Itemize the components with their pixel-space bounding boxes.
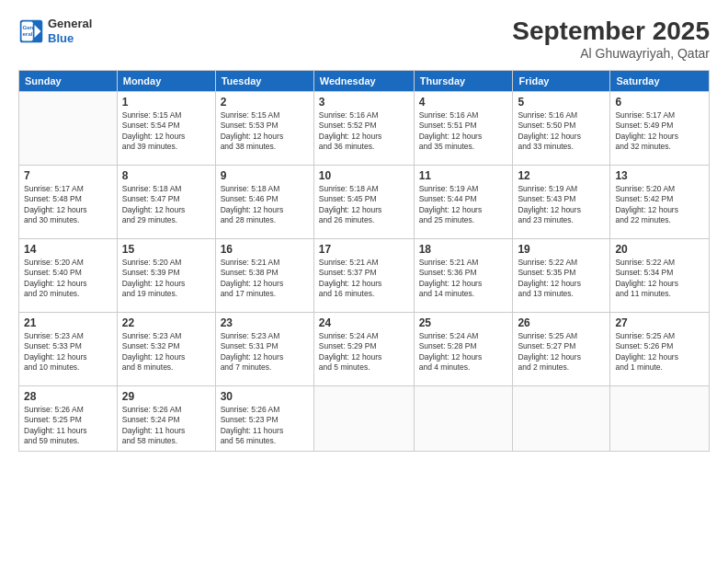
table-row: 1Sunrise: 5:15 AMSunset: 5:54 PMDaylight…	[117, 92, 215, 166]
day-info: Sunrise: 5:17 AMSunset: 5:49 PMDaylight:…	[615, 110, 704, 153]
day-number: 15	[122, 243, 210, 256]
day-info: Sunrise: 5:17 AMSunset: 5:48 PMDaylight:…	[24, 184, 112, 226]
day-info: Sunrise: 5:18 AMSunset: 5:46 PMDaylight:…	[221, 184, 309, 226]
day-info: Sunrise: 5:21 AMSunset: 5:37 PMDaylight:…	[319, 258, 409, 300]
day-info: Sunrise: 5:25 AMSunset: 5:26 PMDaylight:…	[615, 331, 704, 373]
day-info: Sunrise: 5:18 AMSunset: 5:47 PMDaylight:…	[122, 184, 210, 226]
day-number: 11	[419, 169, 508, 182]
table-row: 15Sunrise: 5:20 AMSunset: 5:39 PMDayligh…	[117, 239, 215, 313]
day-number: 30	[221, 390, 309, 403]
page: Gen eral General Blue September 2025 Al …	[0, 0, 728, 563]
day-info: Sunrise: 5:19 AMSunset: 5:43 PMDaylight:…	[518, 184, 605, 226]
month-title: September 2025	[512, 17, 710, 46]
calendar-header-row: Sunday Monday Tuesday Wednesday Thursday…	[19, 71, 710, 92]
day-info: Sunrise: 5:20 AMSunset: 5:40 PMDaylight:…	[24, 258, 112, 300]
calendar-body: 1Sunrise: 5:15 AMSunset: 5:54 PMDaylight…	[19, 92, 710, 452]
day-number: 14	[24, 243, 112, 256]
day-number: 6	[615, 96, 704, 109]
table-row: 4Sunrise: 5:16 AMSunset: 5:51 PMDaylight…	[414, 92, 513, 166]
day-info: Sunrise: 5:16 AMSunset: 5:51 PMDaylight:…	[419, 110, 508, 153]
day-number: 18	[419, 243, 508, 256]
day-info: Sunrise: 5:26 AMSunset: 5:23 PMDaylight:…	[221, 405, 309, 447]
day-info: Sunrise: 5:23 AMSunset: 5:33 PMDaylight:…	[24, 331, 112, 373]
col-friday: Friday	[513, 71, 610, 92]
day-info: Sunrise: 5:24 AMSunset: 5:29 PMDaylight:…	[319, 331, 409, 373]
day-number: 24	[319, 316, 409, 329]
col-monday: Monday	[117, 71, 215, 92]
day-info: Sunrise: 5:18 AMSunset: 5:45 PMDaylight:…	[319, 184, 409, 226]
table-row: 13Sunrise: 5:20 AMSunset: 5:42 PMDayligh…	[610, 166, 710, 239]
day-number: 23	[221, 316, 309, 329]
day-info: Sunrise: 5:22 AMSunset: 5:34 PMDaylight:…	[615, 258, 704, 300]
table-row: 29Sunrise: 5:26 AMSunset: 5:24 PMDayligh…	[117, 386, 215, 452]
day-number: 26	[518, 316, 605, 329]
table-row: 7Sunrise: 5:17 AMSunset: 5:48 PMDaylight…	[19, 166, 118, 239]
day-number: 13	[615, 169, 704, 182]
day-info: Sunrise: 5:22 AMSunset: 5:35 PMDaylight:…	[518, 258, 605, 300]
svg-text:eral: eral	[22, 30, 32, 37]
table-row: 18Sunrise: 5:21 AMSunset: 5:36 PMDayligh…	[414, 239, 513, 313]
table-row: 10Sunrise: 5:18 AMSunset: 5:45 PMDayligh…	[313, 166, 414, 239]
day-info: Sunrise: 5:26 AMSunset: 5:25 PMDaylight:…	[24, 405, 112, 447]
table-row	[313, 386, 414, 452]
day-number: 7	[24, 169, 112, 182]
day-info: Sunrise: 5:20 AMSunset: 5:39 PMDaylight:…	[122, 258, 210, 300]
day-number: 28	[24, 390, 112, 403]
day-info: Sunrise: 5:16 AMSunset: 5:52 PMDaylight:…	[319, 110, 409, 153]
day-number: 17	[319, 243, 409, 256]
day-number: 19	[518, 243, 605, 256]
calendar-table: Sunday Monday Tuesday Wednesday Thursday…	[18, 70, 710, 452]
day-info: Sunrise: 5:24 AMSunset: 5:28 PMDaylight:…	[419, 331, 508, 373]
day-number: 27	[615, 316, 704, 329]
table-row: 16Sunrise: 5:21 AMSunset: 5:38 PMDayligh…	[215, 239, 313, 313]
col-sunday: Sunday	[19, 71, 118, 92]
title-block: September 2025 Al Ghuwayriyah, Qatar	[512, 17, 710, 61]
day-number: 29	[122, 390, 210, 403]
table-row: 2Sunrise: 5:15 AMSunset: 5:53 PMDaylight…	[215, 92, 313, 166]
table-row	[414, 386, 513, 452]
table-row	[19, 92, 118, 166]
col-wednesday: Wednesday	[313, 71, 414, 92]
table-row: 19Sunrise: 5:22 AMSunset: 5:35 PMDayligh…	[513, 239, 610, 313]
col-tuesday: Tuesday	[215, 71, 313, 92]
logo-text: General Blue	[48, 17, 92, 45]
col-thursday: Thursday	[414, 71, 513, 92]
header: Gen eral General Blue September 2025 Al …	[18, 17, 710, 61]
table-row: 28Sunrise: 5:26 AMSunset: 5:25 PMDayligh…	[19, 386, 118, 452]
table-row: 14Sunrise: 5:20 AMSunset: 5:40 PMDayligh…	[19, 239, 118, 313]
day-number: 25	[419, 316, 508, 329]
day-info: Sunrise: 5:23 AMSunset: 5:31 PMDaylight:…	[221, 331, 309, 373]
svg-text:Gen: Gen	[22, 24, 33, 30]
day-number: 12	[518, 169, 605, 182]
table-row: 3Sunrise: 5:16 AMSunset: 5:52 PMDaylight…	[313, 92, 414, 166]
day-info: Sunrise: 5:15 AMSunset: 5:54 PMDaylight:…	[122, 110, 210, 153]
table-row: 24Sunrise: 5:24 AMSunset: 5:29 PMDayligh…	[313, 313, 414, 386]
table-row: 12Sunrise: 5:19 AMSunset: 5:43 PMDayligh…	[513, 166, 610, 239]
table-row: 9Sunrise: 5:18 AMSunset: 5:46 PMDaylight…	[215, 166, 313, 239]
table-row: 30Sunrise: 5:26 AMSunset: 5:23 PMDayligh…	[215, 386, 313, 452]
day-info: Sunrise: 5:20 AMSunset: 5:42 PMDaylight:…	[615, 184, 704, 226]
day-info: Sunrise: 5:25 AMSunset: 5:27 PMDaylight:…	[518, 331, 605, 373]
day-number: 1	[122, 96, 210, 109]
logo-icon: Gen eral	[18, 18, 44, 44]
day-number: 2	[221, 96, 309, 109]
table-row	[513, 386, 610, 452]
day-info: Sunrise: 5:26 AMSunset: 5:24 PMDaylight:…	[122, 405, 210, 447]
day-number: 21	[24, 316, 112, 329]
day-number: 16	[221, 243, 309, 256]
day-info: Sunrise: 5:23 AMSunset: 5:32 PMDaylight:…	[122, 331, 210, 373]
table-row: 6Sunrise: 5:17 AMSunset: 5:49 PMDaylight…	[610, 92, 710, 166]
table-row: 25Sunrise: 5:24 AMSunset: 5:28 PMDayligh…	[414, 313, 513, 386]
day-number: 9	[221, 169, 309, 182]
day-number: 20	[615, 243, 704, 256]
day-info: Sunrise: 5:21 AMSunset: 5:36 PMDaylight:…	[419, 258, 508, 300]
day-number: 5	[518, 96, 605, 109]
table-row: 8Sunrise: 5:18 AMSunset: 5:47 PMDaylight…	[117, 166, 215, 239]
day-info: Sunrise: 5:19 AMSunset: 5:44 PMDaylight:…	[419, 184, 508, 226]
day-number: 10	[319, 169, 409, 182]
location: Al Ghuwayriyah, Qatar	[512, 46, 710, 61]
table-row: 22Sunrise: 5:23 AMSunset: 5:32 PMDayligh…	[117, 313, 215, 386]
table-row: 23Sunrise: 5:23 AMSunset: 5:31 PMDayligh…	[215, 313, 313, 386]
table-row: 20Sunrise: 5:22 AMSunset: 5:34 PMDayligh…	[610, 239, 710, 313]
day-number: 8	[122, 169, 210, 182]
